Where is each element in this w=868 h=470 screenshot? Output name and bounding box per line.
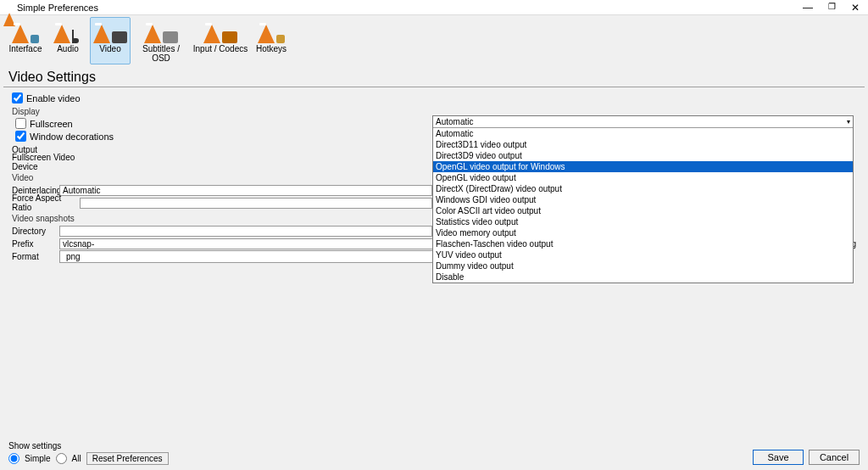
reset-preferences-button[interactable]: Reset Preferences xyxy=(86,452,169,465)
enable-video-label: Enable video xyxy=(26,93,81,104)
force-aspect-ratio-input[interactable] xyxy=(80,198,432,209)
deinterlacing-select[interactable] xyxy=(59,185,432,196)
input-codecs-icon xyxy=(192,20,248,43)
output-dropdown-selected[interactable]: Automatic ▾ xyxy=(433,116,853,128)
fullscreen-device-label: Fullscreen Video Device xyxy=(12,153,97,171)
save-button[interactable]: Save xyxy=(753,450,804,465)
simple-radio[interactable] xyxy=(8,453,19,464)
output-option[interactable]: OpenGL video output for Windows xyxy=(433,161,853,172)
output-option[interactable]: YUV video output xyxy=(433,249,853,260)
all-radio[interactable] xyxy=(56,453,67,464)
window-decorations-checkbox[interactable] xyxy=(15,131,26,142)
output-option[interactable]: Flaschen-Taschen video output xyxy=(433,238,853,249)
fullscreen-label: Fullscreen xyxy=(30,119,73,129)
video-icon xyxy=(91,20,130,43)
output-option[interactable]: Video memory output xyxy=(433,227,853,238)
minimize-button[interactable]: — xyxy=(803,2,813,14)
output-option[interactable]: Windows GDI video output xyxy=(433,194,853,205)
audio-icon xyxy=(48,20,87,43)
output-option[interactable]: Statistics video output xyxy=(433,216,853,227)
show-settings-label: Show settings xyxy=(8,441,169,450)
window-decorations-label: Window decorations xyxy=(30,131,114,142)
force-aspect-ratio-label: Force Aspect Ratio xyxy=(12,193,80,212)
format-label: Format xyxy=(12,252,59,261)
section-title: Video Settings xyxy=(3,66,865,87)
output-dropdown[interactable]: Automatic ▾ AutomaticDirect3D11 video ou… xyxy=(432,115,854,283)
output-option[interactable]: Automatic xyxy=(433,128,853,139)
close-button[interactable]: ✕ xyxy=(851,2,860,14)
window-controls: — ❐ ✕ xyxy=(803,2,865,14)
directory-input[interactable] xyxy=(59,226,432,237)
footer: Show settings Simple All Reset Preferenc… xyxy=(0,438,868,470)
enable-video-checkbox[interactable] xyxy=(12,92,23,104)
prefix-label: Prefix xyxy=(12,239,59,249)
subtitles-icon xyxy=(133,20,189,43)
tab-input-codecs[interactable]: Input / Codecs xyxy=(192,17,249,64)
output-option[interactable]: Dummy video output xyxy=(433,260,853,271)
maximize-button[interactable]: ❐ xyxy=(828,2,836,14)
category-toolbar: Interface Audio Video Subtitles / OSD In… xyxy=(0,15,868,66)
all-radio-label: All xyxy=(72,454,81,463)
tab-hotkeys[interactable]: Hotkeys xyxy=(251,17,292,64)
tab-interface[interactable]: Interface xyxy=(5,17,46,64)
output-option[interactable]: OpenGL video output xyxy=(433,172,853,183)
output-dropdown-list: AutomaticDirect3D11 video outputDirect3D… xyxy=(433,128,853,283)
output-option[interactable]: Direct3D11 video output xyxy=(433,139,853,150)
output-option[interactable]: DirectX (DirectDraw) video output xyxy=(433,183,853,194)
window-title: Simple Preferences xyxy=(17,3,98,13)
tab-subtitles[interactable]: Subtitles / OSD xyxy=(132,17,190,64)
output-option[interactable]: Direct3D9 video output xyxy=(433,150,853,161)
fullscreen-checkbox[interactable] xyxy=(15,118,26,129)
app-icon xyxy=(3,3,14,13)
cancel-button[interactable]: Cancel xyxy=(809,450,860,465)
tab-audio[interactable]: Audio xyxy=(47,17,88,64)
tab-video[interactable]: Video xyxy=(90,17,131,64)
titlebar: Simple Preferences — ❐ ✕ xyxy=(0,0,868,15)
directory-label: Directory xyxy=(12,227,59,236)
chevron-down-icon: ▾ xyxy=(847,116,850,127)
simple-radio-label: Simple xyxy=(25,454,51,463)
output-option[interactable]: Disable xyxy=(433,271,853,283)
hotkeys-icon xyxy=(252,20,291,43)
output-option[interactable]: Color ASCII art video output xyxy=(433,205,853,216)
